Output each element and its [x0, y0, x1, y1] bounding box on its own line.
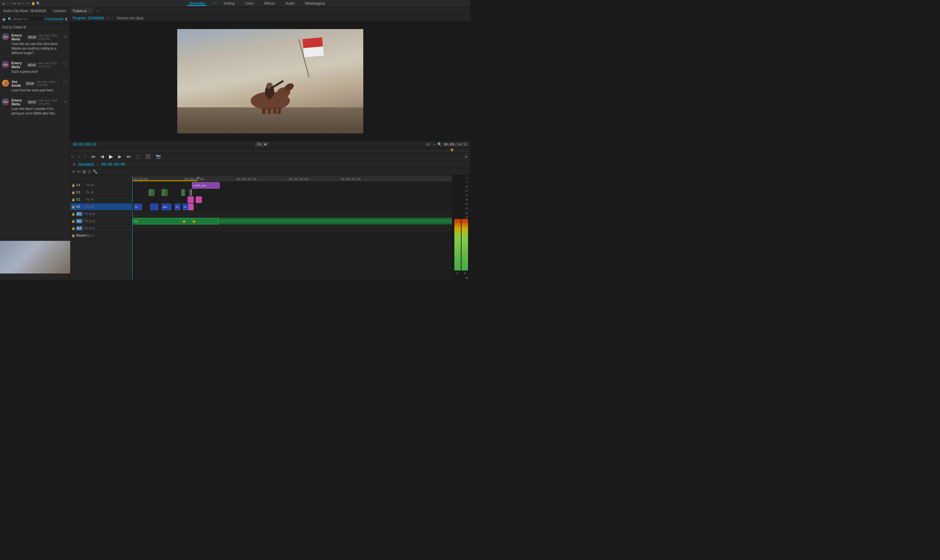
- clip-v1-5[interactable]: Fx: [183, 204, 189, 210]
- comment-status-4[interactable]: ✓: [64, 99, 68, 116]
- track-fx-v4-icon[interactable]: Fx: [86, 183, 90, 187]
- timeline-ruler[interactable]: 00:00:00 00:00:08:00 00:00:16:00 00:00:2…: [132, 175, 452, 182]
- track-fx-v2-icon[interactable]: Fx: [86, 198, 90, 202]
- master-knob-icon[interactable]: ⊙: [91, 234, 94, 237]
- track-content-v3[interactable]: [132, 189, 452, 196]
- track-solo-a3[interactable]: S: [93, 227, 95, 230]
- track-eye-v3-icon[interactable]: 👁: [91, 191, 94, 194]
- nav-editing[interactable]: Editing: [222, 1, 237, 6]
- play-btn[interactable]: ▶: [108, 153, 114, 160]
- track-fx-v3-icon[interactable]: Fx: [86, 191, 90, 194]
- track-eye-v1-icon[interactable]: 👁: [91, 205, 94, 209]
- lock-v1-icon[interactable]: 🔒: [71, 205, 75, 209]
- tab-audio-clip-mixer[interactable]: Audio Clip Mixer: 3E4A9668: [0, 7, 49, 14]
- tab-frameio[interactable]: Frame.io ≡: [70, 7, 94, 14]
- timeline-area: ✕ 3E4A9668 ≡ 00;00;00;00 ✂ ↩ ⊞ ◇ 🔧: [70, 161, 470, 280]
- comment-status-1[interactable]: ✓: [64, 34, 68, 55]
- track-mute-a3[interactable]: M: [89, 227, 92, 230]
- nav-effects[interactable]: Effects: [262, 1, 277, 6]
- lock-v2-icon[interactable]: 🔒: [71, 198, 75, 202]
- download-btn[interactable]: ⬇: [65, 17, 68, 22]
- track-content-a1[interactable]: [132, 211, 452, 218]
- search-box[interactable]: 🔍: [6, 17, 43, 22]
- track-fx-a3-icon[interactable]: Fx: [85, 226, 88, 230]
- track-content-v4[interactable]: 01165_dar: [132, 182, 452, 189]
- comments-count[interactable]: 4 Comments: [45, 17, 63, 21]
- scrub-bar[interactable]: [70, 148, 470, 152]
- fit-select[interactable]: Fit: [255, 142, 268, 147]
- go-to-out-btn[interactable]: ⏭: [126, 153, 132, 160]
- track-content-a2[interactable]: Fx: [132, 218, 452, 225]
- track-content-v2[interactable]: [132, 196, 452, 203]
- clip-v2-2[interactable]: [196, 197, 202, 203]
- track-solo-a1[interactable]: S: [93, 212, 95, 216]
- mark-left-btn[interactable]: ⦂: [78, 153, 80, 160]
- comment-text-3: Love how her eyes pop here!: [11, 88, 61, 93]
- tab-frameio-menu-icon: ≡: [89, 9, 91, 12]
- vu-label-42: -42: [453, 207, 469, 209]
- track-fx-a2-icon[interactable]: Fx: [85, 219, 88, 223]
- clip-v1-4[interactable]: Fx: [175, 204, 180, 210]
- timeline-close-icon[interactable]: ✕: [73, 163, 75, 166]
- export-frame-btn[interactable]: 📷: [155, 153, 162, 160]
- nav-assembly[interactable]: Assembly: [187, 1, 207, 6]
- comment-item-3[interactable]: 👤 Joe Smith 00:39 Nov 3rd, 2015 · 1:51 P…: [0, 77, 70, 95]
- mark-in-btn[interactable]: ⬦: [70, 153, 74, 160]
- nav-metalogging[interactable]: Metalogging: [303, 1, 327, 6]
- tl-tool-snap[interactable]: ⊞: [83, 169, 86, 174]
- tl-tool-ripple[interactable]: ↩: [77, 169, 81, 174]
- nav-audio[interactable]: Audio: [284, 1, 297, 6]
- comment-status-3[interactable]: [63, 80, 68, 93]
- comment-status-2[interactable]: [63, 62, 68, 74]
- zoom-icon[interactable]: 🔍: [437, 142, 442, 146]
- clip-v1-2[interactable]: [150, 204, 158, 210]
- track-mute-a1[interactable]: M: [89, 212, 92, 216]
- track-content-a3[interactable]: [132, 225, 452, 232]
- tl-tool-select[interactable]: ✂: [72, 169, 75, 174]
- flag-white: [303, 46, 323, 57]
- add-btn[interactable]: +: [465, 154, 470, 159]
- comment-item-4[interactable]: EW Emery Wells 00:27 Nov 3rd, 2015 · 1:5…: [0, 95, 70, 119]
- track-mute-a2[interactable]: M: [89, 220, 92, 223]
- search-input[interactable]: [13, 17, 29, 21]
- comment-item-2[interactable]: EW Emery Wells 00:42 Nov 3rd, 2015 · 1:5…: [0, 58, 70, 77]
- clip-a2-1[interactable]: Fx: [134, 218, 219, 225]
- track-fx-v1-icon[interactable]: Fx: [86, 205, 90, 209]
- step-fwd-btn[interactable]: ▶: [117, 153, 122, 160]
- clip-v3-2[interactable]: [162, 189, 168, 196]
- lock-master-icon[interactable]: 🔒: [71, 234, 75, 237]
- clip-v2-1[interactable]: [188, 197, 194, 203]
- lock-v4-icon[interactable]: 🔒: [71, 184, 75, 187]
- track-solo-a2[interactable]: S: [93, 220, 95, 223]
- track-fx-a1-icon[interactable]: Fx: [85, 212, 88, 216]
- nav-color[interactable]: Color: [243, 1, 255, 6]
- track-eye-v2-icon[interactable]: 👁: [91, 198, 94, 202]
- go-to-in-btn[interactable]: ⏮: [91, 153, 96, 160]
- overwrite-btn[interactable]: ⬛: [145, 153, 151, 160]
- lock-a3-icon[interactable]: 🔒: [71, 227, 75, 230]
- tl-tool-marker[interactable]: ◇: [88, 169, 91, 174]
- clip-v1-6[interactable]: [189, 204, 194, 210]
- track-labels: 🔒 V4 Fx 👁 🔒 V3 Fx 👁 🔒: [70, 175, 132, 280]
- clip-v3-1[interactable]: [149, 189, 154, 196]
- back-btn[interactable]: ◀: [2, 17, 5, 22]
- track-content-v1[interactable]: Fx 3E4 Fx Fx: [132, 203, 452, 211]
- comment-marker-4: [191, 189, 192, 195]
- clip-v4-1[interactable]: 01165_dar: [192, 182, 220, 189]
- sort-btn[interactable]: Sort by Oldest ⇅: [2, 25, 68, 29]
- step-back-btn[interactable]: ◀: [100, 153, 105, 160]
- comment-item-1[interactable]: EW Emery Wells 00:26 Nov 3rd, 2015 · 1:5…: [0, 31, 70, 58]
- track-eye-v4-icon[interactable]: 👁: [91, 183, 94, 187]
- mark-right-btn[interactable]: ⦂: [84, 153, 86, 160]
- lock-a1-icon[interactable]: 🔒: [71, 212, 75, 216]
- clip-v1-3[interactable]: 3E4: [162, 204, 171, 210]
- clip-v1-1[interactable]: Fx: [134, 204, 142, 210]
- track-content-master[interactable]: [132, 232, 452, 239]
- insert-btn[interactable]: ⬚: [135, 153, 141, 160]
- tab-libraries[interactable]: Libraries: [49, 7, 69, 14]
- lock-a2-icon[interactable]: 🔒: [71, 220, 75, 223]
- tab-expand-btn[interactable]: »: [94, 9, 101, 13]
- tl-tool-settings[interactable]: 🔧: [93, 169, 98, 174]
- svg-rect-4: [268, 108, 271, 114]
- lock-v3-icon[interactable]: 🔒: [71, 191, 75, 194]
